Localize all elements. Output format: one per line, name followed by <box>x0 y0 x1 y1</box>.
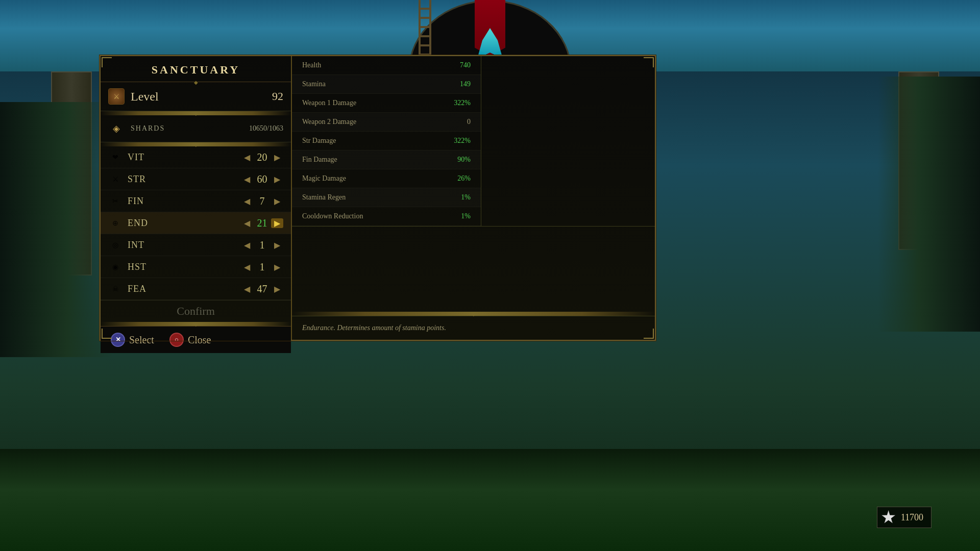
right-attributes-panel: Health 740 Stamina 149 Weapon 1 Damage 3… <box>292 56 655 340</box>
attr-label-0: Health <box>302 61 460 69</box>
desc-divider <box>292 312 655 316</box>
attr-label-6: Magic Damage <box>302 174 457 183</box>
attributes-bottom: Endurance. Determines amount of stamina … <box>292 227 655 340</box>
stat-label-hst: HST <box>128 262 241 272</box>
stat-arrow-right-str[interactable]: ▶ <box>271 174 283 184</box>
bottom-divider <box>101 322 291 326</box>
level-icon: ⚔ <box>108 88 125 105</box>
panel-title: SANCTUARY <box>101 56 291 82</box>
stat-value-hst: 1 <box>253 261 271 273</box>
currency-value: 11700 <box>901 512 923 523</box>
attr-value-3: 0 <box>467 118 471 126</box>
stat-value-str: 60 <box>253 173 271 185</box>
corner-decoration-tr <box>644 57 654 67</box>
attr-value-2: 322% <box>454 99 471 107</box>
side-foliage-left <box>0 102 112 357</box>
left-stats-panel: SANCTUARY ⚔ Level 92 ◈ SHARDS 10650/1063… <box>101 56 292 340</box>
attr-label-1: Stamina <box>302 80 460 88</box>
attr-value-4: 322% <box>454 137 471 145</box>
stat-arrow-right-end[interactable]: ▶ <box>271 218 283 228</box>
currency-display: 11700 <box>877 507 932 528</box>
stat-arrow-left-fin[interactable]: ◀ <box>241 196 253 206</box>
shards-value: 10650/1063 <box>249 124 283 133</box>
attr-row-6: Magic Damage 26% <box>292 169 481 188</box>
corner-decoration-br <box>644 329 654 339</box>
attr-value-6: 26% <box>457 174 471 183</box>
close-label: Close <box>188 334 211 346</box>
attr-value-7: 1% <box>461 193 471 202</box>
attr-row-4: Str Damage 322% <box>292 132 481 151</box>
stat-row-fea: ☠ FEA ◀ 47 ▶ <box>101 278 291 300</box>
stat-label-fea: FEA <box>128 284 241 294</box>
stat-arrow-left-str[interactable]: ◀ <box>241 174 253 184</box>
attr-label-5: Fin Damage <box>302 156 457 164</box>
shards-icon: ◈ <box>108 120 125 137</box>
stat-row-int: ◎ INT ◀ 1 ▶ <box>101 234 291 256</box>
stat-arrow-right-vit[interactable]: ▶ <box>271 153 283 162</box>
stat-row-hst: ◉ HST ◀ 1 ▶ <box>101 256 291 278</box>
stat-arrow-right-fea[interactable]: ▶ <box>271 284 283 294</box>
stat-arrow-right-fin[interactable]: ▶ <box>271 196 283 206</box>
bottom-controls: ✕ Select ○ Close <box>101 326 291 353</box>
stat-arrow-left-vit[interactable]: ◀ <box>241 153 253 162</box>
level-divider <box>101 111 291 115</box>
stat-value-vit: 20 <box>253 152 271 163</box>
corner-decoration-tl <box>102 57 112 67</box>
stat-arrow-right-hst[interactable]: ▶ <box>271 262 283 272</box>
stat-arrow-left-int[interactable]: ◀ <box>241 240 253 250</box>
confirm-text: Confirm <box>101 300 291 322</box>
shards-label: SHARDS <box>131 124 249 133</box>
select-control[interactable]: ✕ Select <box>111 333 154 347</box>
o-icon: ○ <box>175 336 179 344</box>
stat-value-end: 21 <box>253 217 271 229</box>
attr-row-2: Weapon 1 Damage 322% <box>292 94 481 113</box>
stats-section: ❤ VIT ◀ 20 ▶ ⚔ STR ◀ 60 ▶ ✂ FIN ◀ 7 ▶ ⊕ … <box>101 146 291 300</box>
attr-label-2: Weapon 1 Damage <box>302 99 454 107</box>
attr-row-1: Stamina 149 <box>292 75 481 94</box>
level-value: 92 <box>272 90 283 103</box>
attr-row-5: Fin Damage 90% <box>292 151 481 169</box>
sanctuary-panel: SANCTUARY ⚔ Level 92 ◈ SHARDS 10650/1063… <box>100 55 656 341</box>
attributes-extra <box>481 56 655 226</box>
corner-decoration-bl <box>102 329 112 339</box>
attr-row-0: Health 740 <box>292 56 481 75</box>
attr-value-5: 90% <box>457 156 471 164</box>
description-area: Endurance. Determines amount of stamina … <box>292 316 655 340</box>
stat-icon-fin: ✂ <box>108 194 122 208</box>
attr-value-0: 740 <box>460 61 471 69</box>
ladder <box>419 0 431 61</box>
currency-icon <box>881 510 896 524</box>
stat-row-vit: ❤ VIT ◀ 20 ▶ <box>101 146 291 168</box>
attr-label-3: Weapon 2 Damage <box>302 118 467 126</box>
attr-label-4: Str Damage <box>302 137 454 145</box>
stat-arrow-right-int[interactable]: ▶ <box>271 240 283 250</box>
attr-value-8: 1% <box>461 212 471 220</box>
select-label: Select <box>129 334 154 346</box>
x-button-icon: ✕ <box>111 333 125 347</box>
stat-arrow-left-end[interactable]: ◀ <box>241 218 253 228</box>
stat-label-vit: VIT <box>128 152 241 163</box>
stat-label-end: END <box>128 218 241 229</box>
x-icon: ✕ <box>115 336 121 344</box>
attr-row-7: Stamina Regen 1% <box>292 188 481 207</box>
attr-value-1: 149 <box>460 80 471 88</box>
description-text: Endurance. Determines amount of stamina … <box>302 324 446 332</box>
attr-label-7: Stamina Regen <box>302 193 461 202</box>
stat-label-fin: FIN <box>128 196 241 207</box>
stat-label-int: INT <box>128 240 241 251</box>
attr-row-8: Cooldown Reduction 1% <box>292 207 481 226</box>
attr-row-3: Weapon 2 Damage 0 <box>292 113 481 132</box>
shards-divider <box>101 142 291 146</box>
stat-value-int: 1 <box>253 239 271 251</box>
attr-label-8: Cooldown Reduction <box>302 212 461 220</box>
stat-label-str: STR <box>128 174 241 185</box>
stat-icon-hst: ◉ <box>108 260 122 274</box>
stat-arrow-left-hst[interactable]: ◀ <box>241 262 253 272</box>
stat-icon-int: ◎ <box>108 238 122 252</box>
stat-icon-vit: ❤ <box>108 150 122 164</box>
close-control[interactable]: ○ Close <box>169 333 211 347</box>
o-button-icon: ○ <box>169 333 184 347</box>
stat-value-fea: 47 <box>253 283 271 295</box>
stat-row-str: ⚔ STR ◀ 60 ▶ <box>101 168 291 190</box>
stat-arrow-left-fea[interactable]: ◀ <box>241 284 253 294</box>
